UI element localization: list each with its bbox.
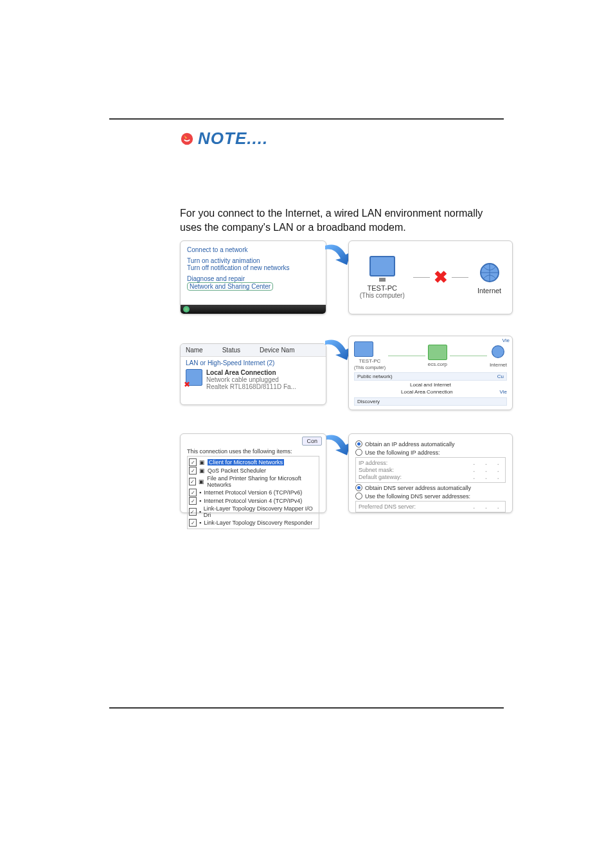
figure-area: Connect to a network Turn on activity an… [180,240,514,601]
col-status: Status [222,347,240,354]
chk-ipv4[interactable]: ✓▪Internet Protocol Version 4 (TCP/IPv4) [189,497,317,505]
link-connect-network[interactable]: Connect to a network [187,246,319,253]
conn-device: Realtek RTL8168D/8111D Fa... [206,383,296,390]
col-device: Device Nam [260,347,294,354]
radio-use-dns[interactable]: Use the following DNS server addresses: [355,493,506,500]
link-network-sharing-center[interactable]: Network and Sharing Center [187,282,273,291]
conn-label: Local Area Connection [401,389,453,395]
gw-label: Default gateway: [359,474,402,480]
note-heading: NOTE.... [180,129,504,149]
access-label: Local and Internet [354,382,507,388]
conn-title: Local Area Connection [206,369,296,376]
discovery-row: Discovery [354,397,507,406]
note-label: NOTE.... [198,129,268,149]
items-intro: This connection uses the following items… [187,448,319,455]
mini-icon: ▣ [199,459,205,466]
ip-input[interactable]: . . . [472,460,502,466]
chk-ipv6[interactable]: ✓▪Internet Protocol Version 6 (TCP/IPv6) [189,489,317,496]
link-diagnose-repair[interactable]: Diagnose and repair [187,275,319,282]
link-activity-anim[interactable]: Turn on activity animation [187,257,319,264]
mask-label: Subnet mask: [359,467,394,473]
mini-icon: ▪ [199,520,201,526]
internet-node: Internet [477,261,501,294]
domain-icon [428,345,447,360]
col-name: Name [186,347,203,354]
pc-icon [354,341,373,357]
tasks-panel: Connect to a network Turn on activity an… [180,240,326,314]
pc-sub: (This computer) [354,365,386,370]
domain-name: ecs.corp [428,361,447,367]
chk-file-printer[interactable]: ✓▣File and Printer Sharing for Microsoft… [189,475,317,488]
sharing-center-panel: Vie TEST-PC (This computer) ecs.corp Int… [348,336,513,410]
globe-icon [490,344,506,359]
mask-input[interactable]: . . . [472,467,502,473]
chk-lltd-mapper[interactable]: ✓▪Link-Layer Topology Discovery Mapper I… [189,505,317,518]
pc-name: TEST-PC [368,284,397,292]
svg-point-2 [492,345,504,357]
taskbar [181,305,326,314]
connection-items-panel: Con This connection uses the following i… [180,433,326,513]
this-computer-node: TEST-PC (This computer) [360,256,405,299]
view-link[interactable]: Vie [500,389,507,395]
public-network-row: Public network) Cu [354,372,507,381]
conn-status: Network cable unplugged [206,376,296,383]
radio-obtain-ip-auto[interactable]: Obtain an IP address automatically [355,440,506,448]
radio-use-ip[interactable]: Use the following IP address: [355,449,506,456]
chk-lltd-responder[interactable]: ✓▪Link-Layer Topology Discovery Responde… [189,519,317,527]
pref-dns-label: Preferred DNS server: [359,503,416,510]
lead-paragraph: For you connect to the Internet, a wired… [180,206,504,234]
mini-icon: ▪ [199,489,201,496]
configure-button[interactable]: Con [302,437,322,446]
network-connections-panel: Name Status Device Nam LAN or High-Speed… [180,343,326,405]
ip-fieldset: IP address:. . . Subnet mask:. . . Defau… [355,457,506,483]
nic-icon [186,369,202,386]
internet-name: Internet [490,362,507,368]
radio-obtain-dns-auto[interactable]: Obtain DNS server address automatically [355,484,506,491]
svg-point-0 [181,132,193,144]
view-link-top[interactable]: Vie [502,338,510,343]
link-turn-off-notify[interactable]: Turn off notification of new networks [187,264,319,271]
x-icon: ✖ [434,267,448,287]
tcpip-properties-panel: Obtain an IP address automatically Use t… [348,433,513,513]
mini-icon: ▪ [199,498,201,504]
customize-link[interactable]: Cu [497,374,504,379]
chk-qos[interactable]: ✓▣QoS Packet Scheduler [189,467,317,475]
start-orb[interactable] [183,306,190,312]
chk-client-msnet[interactable]: ✓▣Client for Microsoft Networks [189,458,317,466]
connection-item[interactable]: Local Area Connection Network cable unpl… [186,369,321,390]
mini-icon: ▣ [199,467,205,474]
pc-name: TEST-PC [354,358,386,364]
mini-icon: ▪ [199,509,201,515]
top-rule [109,118,504,120]
dns-fieldset: Preferred DNS server:. . . [355,501,506,512]
gw-input[interactable]: . . . [472,474,502,480]
network-map-panel: TEST-PC (This computer) ✖ Internet [348,240,513,314]
group-label: LAN or High-Speed Internet (2) [186,359,321,366]
note-icon [180,132,194,146]
ip-label: IP address: [359,460,387,466]
internet-label: Internet [477,287,501,294]
mini-icon: ▣ [199,478,204,485]
bottom-rule [109,707,504,709]
connection-broken: ✖ [413,267,468,287]
pref-dns-input[interactable]: . . . [472,503,502,510]
columns-header: Name Status Device Nam [181,344,326,357]
pc-sub: (This computer) [360,292,405,299]
